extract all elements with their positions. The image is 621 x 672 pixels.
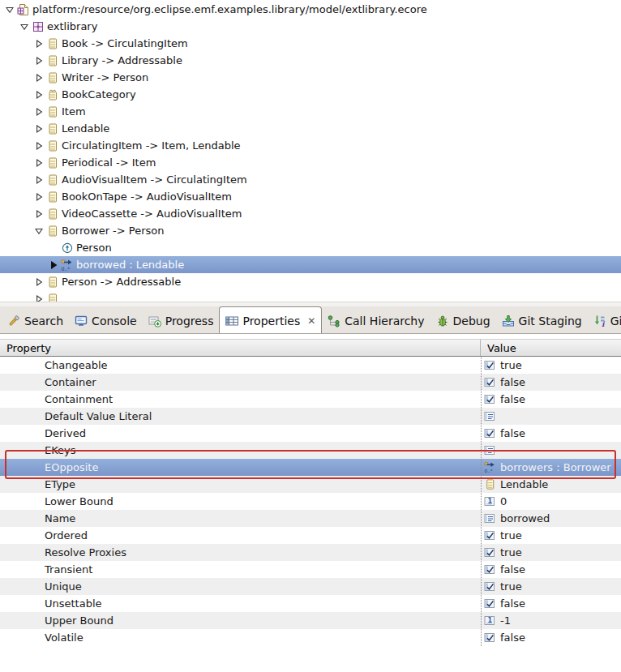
property-value: false — [500, 427, 525, 439]
property-row-volatile[interactable]: Volatilefalse — [0, 629, 621, 646]
tab-call-hierarchy[interactable]: Call Hierarchy — [322, 309, 430, 333]
expand-arrow-icon[interactable] — [46, 261, 61, 269]
tree-item-label: Book -> CirculatingItem — [62, 37, 188, 49]
tab-git-int[interactable]: iGit Int — [588, 309, 621, 333]
property-row-name[interactable]: Nameborrowed — [0, 510, 621, 527]
property-value: -1 — [500, 614, 511, 627]
property-row-unsettable[interactable]: Unsettablefalse — [0, 595, 621, 612]
expand-arrow-icon[interactable] — [32, 176, 46, 184]
tree-item-partial[interactable] — [0, 290, 621, 302]
reference-icon: 0..* — [61, 259, 75, 272]
expand-arrow-icon[interactable] — [32, 159, 46, 167]
expand-arrow-icon[interactable] — [32, 74, 46, 82]
property-value-cell[interactable]: true — [481, 529, 621, 541]
tree-item-borrower-person[interactable]: Borrower -> Person — [0, 222, 621, 239]
property-value-cell[interactable] — [481, 444, 621, 456]
tree-item-writer-person[interactable]: Writer -> Person — [0, 69, 621, 86]
expand-arrow-icon[interactable] — [32, 142, 46, 150]
property-value-cell[interactable]: 1-1 — [481, 614, 621, 627]
property-value-cell[interactable]: borrowed — [481, 512, 621, 524]
property-value: 0 — [500, 495, 507, 507]
expand-arrow-icon[interactable] — [32, 125, 46, 133]
tree-item-person-addressable[interactable]: Person -> Addressable — [0, 273, 621, 290]
property-value-cell[interactable]: true — [481, 580, 621, 593]
tree-item-periodical-item[interactable]: Periodical -> Item — [0, 154, 621, 171]
property-row-etype[interactable]: ETypeLendable — [0, 476, 621, 493]
expand-arrow-icon[interactable] — [32, 278, 46, 286]
property-value: borrowers : Borrower — [500, 461, 611, 473]
tree-item-bookcategory[interactable]: BookCategory — [0, 86, 621, 103]
property-value-cell[interactable]: 10 — [481, 495, 621, 507]
property-value: true — [500, 546, 522, 559]
property-row-upper-bound[interactable]: Upper Bound1-1 — [0, 612, 621, 629]
tab-debug[interactable]: Debug — [430, 309, 496, 333]
tree-item-extlibrary[interactable]: extlibrary — [0, 18, 621, 35]
property-row-resolve-proxies[interactable]: Resolve Proxiestrue — [0, 544, 621, 561]
tab-git-staging[interactable]: Git Staging — [496, 309, 588, 333]
property-value-cell[interactable]: 0..*borrowers : Borrower — [481, 461, 621, 473]
property-value: true — [500, 529, 522, 541]
property-value-cell[interactable]: false — [481, 393, 621, 405]
property-name: Upper Bound — [0, 614, 481, 627]
property-row-ekeys[interactable]: EKeys — [0, 442, 621, 459]
tree-item-videocassette-audiovisualite[interactable]: VideoCassette -> AudioVisualItem — [0, 205, 621, 222]
class-icon — [46, 139, 61, 152]
tree-item-library-addressable[interactable]: Library -> Addressable — [0, 52, 621, 69]
property-row-container[interactable]: Containerfalse — [0, 374, 621, 391]
tree-item-item[interactable]: Item — [0, 103, 621, 120]
property-row-unique[interactable]: Uniquetrue — [0, 578, 621, 595]
expand-arrow-icon[interactable] — [32, 210, 46, 218]
property-row-transient[interactable]: Transientfalse — [0, 561, 621, 578]
property-value-cell[interactable]: false — [481, 563, 621, 576]
property-row-derived[interactable]: Derivedfalse — [0, 425, 621, 442]
property-value-cell[interactable]: true — [481, 546, 621, 559]
close-icon[interactable]: ✕ — [307, 316, 315, 326]
expand-arrow-icon[interactable] — [32, 108, 46, 116]
tree-item-lendable[interactable]: Lendable — [0, 120, 621, 137]
expand-arrow-icon[interactable] — [32, 40, 46, 48]
git-interactive-icon: i — [593, 315, 606, 327]
property-row-eopposite[interactable]: EOpposite0..*borrowers : Borrower — [0, 459, 621, 476]
property-name: Name — [0, 512, 481, 524]
property-value-cell[interactable]: false — [481, 597, 621, 610]
property-row-ordered[interactable]: Orderedtrue — [0, 527, 621, 544]
expand-arrow-icon[interactable] — [32, 91, 46, 99]
property-row-changeable[interactable]: Changeabletrue — [0, 357, 621, 374]
property-value-cell[interactable]: false — [481, 376, 621, 388]
eclipse-window: platform:/resource/org.eclipse.emf.examp… — [0, 0, 621, 672]
tab-properties[interactable]: Properties✕ — [219, 306, 322, 334]
expand-arrow-icon[interactable] — [32, 193, 46, 201]
bool-value-icon — [484, 631, 496, 644]
collapse-arrow-icon[interactable] — [17, 23, 32, 31]
supertype-icon — [61, 242, 75, 255]
property-value-cell[interactable]: true — [481, 359, 621, 371]
expand-arrow-icon[interactable] — [32, 57, 46, 65]
tree-item-bookontape-audiovisualitem[interactable]: BookOnTape -> AudioVisualItem — [0, 188, 621, 205]
tree-item-person[interactable]: Person — [0, 239, 621, 256]
tree-item-circulatingitem-item-lendabl[interactable]: CirculatingItem -> Item, Lendable — [0, 137, 621, 154]
property-value-cell[interactable]: false — [481, 631, 621, 644]
property-value-cell[interactable]: Lendable — [481, 478, 621, 490]
tree-item-label: Lendable — [62, 122, 109, 135]
tree-item-book-circulatingitem[interactable]: Book -> CirculatingItem — [0, 35, 621, 52]
call-hierarchy-icon — [328, 315, 340, 327]
property-row-default-value-literal[interactable]: Default Value Literal — [0, 408, 621, 425]
property-row-containment[interactable]: Containmentfalse — [0, 391, 621, 408]
collapse-arrow-icon[interactable] — [32, 227, 46, 235]
expand-arrow-icon[interactable] — [32, 295, 46, 302]
tab-search[interactable]: Search — [2, 309, 69, 333]
text-value-icon — [484, 512, 496, 524]
tree-item-platform-resource-org-eclips[interactable]: platform:/resource/org.eclipse.emf.examp… — [0, 1, 621, 18]
class-icon — [46, 276, 61, 289]
collapse-arrow-icon[interactable] — [2, 6, 17, 14]
tab-label: Search — [24, 315, 63, 327]
property-value-cell[interactable] — [481, 410, 621, 422]
tab-console[interactable]: Console — [69, 309, 143, 333]
property-value-cell[interactable]: false — [481, 427, 621, 439]
int-value-icon: 1 — [484, 495, 496, 507]
tree-item-audiovisualitem-circulatingi[interactable]: AudioVisualItem -> CirculatingItem — [0, 171, 621, 188]
tab-progress[interactable]: Progress — [143, 309, 220, 333]
bool-value-icon — [484, 427, 496, 439]
property-row-lower-bound[interactable]: Lower Bound10 — [0, 493, 621, 510]
tree-item-borrowed-lendable[interactable]: 0..*borrowed : Lendable — [0, 256, 621, 273]
